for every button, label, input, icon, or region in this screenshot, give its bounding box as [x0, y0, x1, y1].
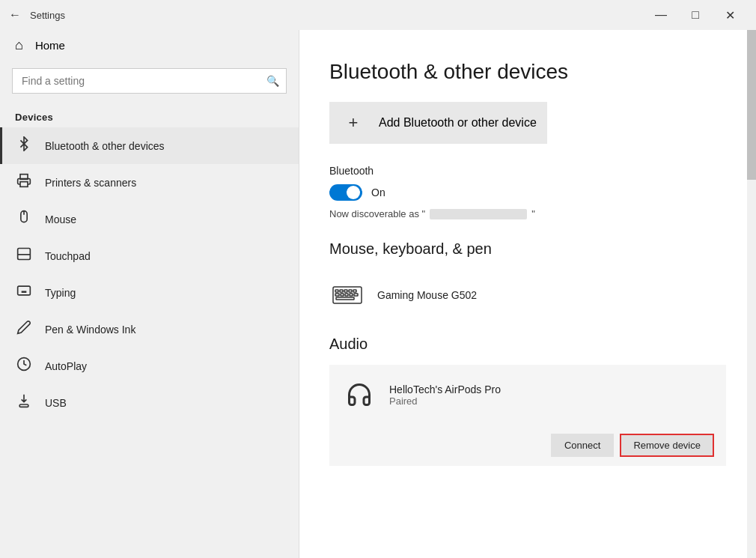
title-bar-left: ← Settings [9, 8, 65, 22]
keyboard-device-icon [329, 277, 365, 313]
audio-section: Audio HelloTech's AirPods Pro Paired [329, 336, 726, 466]
mouse-keyboard-title: Mouse, keyboard, & pen [329, 240, 726, 258]
device-name-redacted [430, 209, 527, 219]
bluetooth-section: Bluetooth On Now discoverable as " " [329, 165, 726, 219]
airpods-info: HelloTech's AirPods Pro Paired [389, 383, 501, 407]
remove-device-button[interactable]: Remove device [620, 434, 714, 457]
audio-device-card: HelloTech's AirPods Pro Paired Connect R… [329, 365, 726, 466]
sidebar-item-touchpad[interactable]: Touchpad [0, 237, 299, 274]
svg-rect-6 [18, 286, 31, 295]
bluetooth-section-header: Bluetooth [329, 165, 726, 177]
bluetooth-state-label: On [371, 186, 385, 198]
discoverable-text: Now discoverable as " " [329, 208, 726, 219]
audio-section-title: Audio [329, 336, 726, 353]
connect-button[interactable]: Connect [551, 434, 614, 457]
airpods-status: Paired [389, 395, 501, 407]
sidebar-home-item[interactable]: ⌂ Home [0, 30, 299, 61]
title-bar: ← Settings — □ ✕ [0, 0, 756, 30]
search-icon: 🔍 [266, 75, 279, 87]
printer-icon [15, 173, 33, 192]
autoplay-icon [15, 357, 33, 375]
close-button[interactable]: ✕ [713, 0, 747, 30]
sidebar-item-autoplay-label: AutoPlay [45, 360, 87, 372]
title-bar-controls: — □ ✕ [644, 0, 747, 30]
svg-rect-24 [336, 297, 354, 300]
sidebar-item-bluetooth[interactable]: Bluetooth & other devices [0, 127, 299, 164]
home-label: Home [35, 39, 65, 52]
svg-rect-22 [350, 294, 353, 296]
svg-rect-1 [20, 182, 28, 187]
window: ← Settings — □ ✕ ⌂ Home 🔍 Devices [0, 0, 756, 558]
sidebar: ⌂ Home 🔍 Devices Bluetooth & other devic… [0, 30, 299, 558]
sidebar-item-mouse-label: Mouse [45, 213, 76, 225]
sidebar-item-bluetooth-label: Bluetooth & other devices [45, 140, 165, 152]
add-device-label: Add Bluetooth or other device [379, 116, 537, 130]
sidebar-item-printers[interactable]: Printers & scanners [0, 164, 299, 201]
sidebar-item-usb[interactable]: USB [0, 384, 299, 421]
gaming-mouse-name: Gaming Mouse G502 [377, 289, 477, 301]
usb-icon [15, 393, 33, 412]
svg-rect-16 [344, 290, 347, 292]
svg-rect-19 [335, 294, 339, 296]
bluetooth-toggle-row: On [329, 184, 726, 201]
airpods-name: HelloTech's AirPods Pro [389, 383, 501, 395]
minimize-button[interactable]: — [644, 0, 678, 30]
audio-device-buttons: Connect Remove device [341, 425, 714, 466]
maximize-button[interactable]: □ [678, 0, 713, 30]
toggle-thumb [347, 186, 360, 199]
search-input[interactable] [12, 68, 287, 94]
svg-rect-21 [345, 294, 348, 296]
window-title: Settings [30, 10, 65, 21]
add-device-button[interactable]: + Add Bluetooth or other device [329, 102, 547, 144]
content-area: ⌂ Home 🔍 Devices Bluetooth & other devic… [0, 30, 756, 558]
headphone-icon [341, 377, 377, 413]
sidebar-item-pen[interactable]: Pen & Windows Ink [0, 311, 299, 348]
sidebar-item-pen-label: Pen & Windows Ink [45, 324, 135, 336]
bluetooth-icon [15, 136, 33, 155]
sidebar-section-label: Devices [0, 106, 299, 127]
svg-rect-15 [340, 290, 343, 292]
home-icon: ⌂ [15, 37, 23, 53]
main-panel: Bluetooth & other devices + Add Bluetoot… [299, 30, 756, 558]
sidebar-item-mouse[interactable]: Mouse [0, 201, 299, 237]
audio-device-top: HelloTech's AirPods Pro Paired [341, 377, 714, 425]
bluetooth-toggle[interactable] [329, 184, 362, 201]
plus-icon: + [340, 109, 367, 136]
sidebar-item-usb-label: USB [45, 397, 67, 409]
sidebar-search: 🔍 [12, 68, 287, 94]
page-title: Bluetooth & other devices [329, 60, 726, 84]
sidebar-item-typing-label: Typing [45, 287, 76, 299]
svg-rect-14 [335, 290, 338, 292]
touchpad-icon [15, 246, 33, 265]
svg-rect-23 [354, 294, 358, 296]
pen-icon [15, 320, 33, 339]
sidebar-item-touchpad-label: Touchpad [45, 250, 91, 262]
svg-rect-20 [341, 294, 344, 296]
svg-rect-18 [353, 290, 356, 292]
gaming-mouse-info: Gaming Mouse G502 [377, 289, 477, 301]
mouse-icon [15, 210, 33, 228]
sidebar-item-printers-label: Printers & scanners [45, 177, 136, 189]
scrollbar-thumb[interactable] [747, 30, 756, 180]
gaming-mouse-item: Gaming Mouse G502 [329, 270, 726, 321]
scrollbar-track [747, 30, 756, 558]
sidebar-item-autoplay[interactable]: AutoPlay [0, 348, 299, 384]
sidebar-item-typing[interactable]: Typing [0, 274, 299, 311]
back-icon[interactable]: ← [9, 8, 21, 22]
mouse-keyboard-section: Mouse, keyboard, & pen [329, 240, 726, 321]
typing-icon [15, 283, 33, 302]
svg-rect-17 [349, 290, 352, 292]
